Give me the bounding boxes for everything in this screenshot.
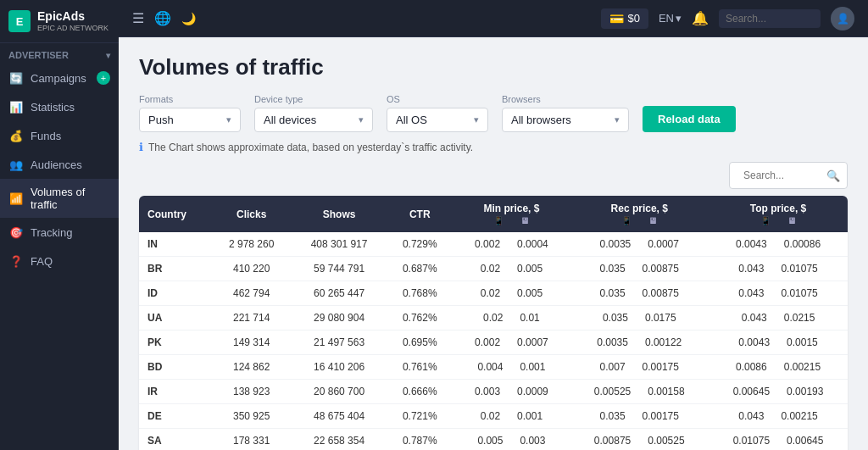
cell-top-price: 0.0043 0.0015 [709,331,848,355]
table-row: BR 410 220 59 744 791 0.687% 0.02 0.005 … [139,257,848,281]
rec-desk-val: 0.0007 [648,238,679,250]
cell-shows: 20 860 700 [292,380,387,404]
cell-clicks: 410 220 [211,257,292,281]
menu-icon[interactable]: ☰ [132,10,144,26]
top-mob-val: 0.043 [738,287,764,299]
cell-country: UA [139,306,211,331]
sidebar-item-campaigns[interactable]: 🔄 Campaigns + [0,64,119,92]
format-label: Formats [139,94,241,104]
sidebar-nav: 🔄 Campaigns + 📊 Statistics 💰 Funds 👥 Aud… [0,64,119,275]
cell-shows: 408 301 917 [292,232,387,257]
format-chevron: ▾ [226,114,231,125]
min-desktop-icon: 🖥 [520,216,529,225]
lang-chevron: ▾ [676,12,682,25]
min-mob-val: 0.002 [475,336,500,348]
table-row: ID 462 794 60 265 447 0.768% 0.02 0.005 … [139,281,848,306]
section-chevron: ▾ [106,51,110,60]
main-area: ☰ 🌐 🌙 💳 $0 EN ▾ 🔔 👤 Volumes of traffic F… [119,0,868,450]
top-desk-val: 0.00215 [781,410,817,422]
cell-min-price: 0.02 0.005 [453,257,570,281]
lang-label: EN [659,12,674,25]
cell-country: IR [139,380,211,404]
reload-button[interactable]: Reload data [643,106,736,132]
wallet-icon: 💳 [609,12,624,25]
cell-ctr: 0.729% [387,232,453,257]
cell-country: ID [139,281,211,306]
language-selector[interactable]: EN ▾ [659,12,682,25]
min-desk-val: 0.001 [517,410,542,422]
top-mob-val: 0.043 [738,263,764,275]
topbar-search-input[interactable] [719,9,821,28]
browser-filter: Browsers All browsers ▾ [502,94,629,132]
cell-country: IN [139,232,211,257]
browser-select[interactable]: All browsers ▾ [502,108,629,132]
traffic-table: Country Clicks Shows CTR Min price, $ 📱🖥… [139,196,848,450]
sidebar-item-tracking[interactable]: 🎯 Tracking [0,218,119,247]
col-min-price: Min price, $ 📱🖥 [453,196,570,232]
sidebar-item-audiences[interactable]: 👥 Audiences [0,150,119,179]
cell-clicks: 138 923 [211,380,292,404]
os-select[interactable]: All OS ▾ [387,108,488,132]
globe-icon[interactable]: 🌐 [154,10,171,26]
balance-widget[interactable]: 💳 $0 [601,8,648,29]
min-desk-val: 0.005 [517,263,542,275]
add-campaign-btn[interactable]: + [97,71,110,85]
logo-icon: E [8,10,31,32]
cell-shows: 48 675 404 [292,404,387,429]
browser-chevron: ▾ [615,114,620,125]
cell-ctr: 0.762% [387,306,453,331]
rec-desk-val: 0.00122 [645,336,682,348]
sidebar-item-volumes[interactable]: 📶 Volumes of traffic [0,179,119,218]
top-mobile-icon: 📱 [760,216,771,225]
cell-clicks: 221 714 [211,306,292,331]
rec-desk-val: 0.00175 [643,410,679,422]
user-avatar[interactable]: 👤 [831,7,854,31]
table-search-input[interactable] [737,166,821,185]
device-select[interactable]: All devices ▾ [254,108,373,132]
os-filter: OS All OS ▾ [387,94,488,132]
cell-min-price: 0.005 0.003 [453,429,570,451]
rec-mobile-icon: 📱 [621,216,632,225]
sidebar-item-faq[interactable]: ❓ FAQ [0,247,119,275]
cell-clicks: 350 925 [211,404,292,429]
table-row: SA 178 331 22 658 354 0.787% 0.005 0.003… [139,429,848,451]
cell-rec-price: 0.00525 0.00158 [570,380,709,404]
sidebar-item-statistics[interactable]: 📊 Statistics [0,92,119,121]
notifications-bell[interactable]: 🔔 [692,10,709,26]
cell-shows: 22 658 354 [292,429,387,451]
table-row: PK 149 314 21 497 563 0.695% 0.002 0.000… [139,331,848,355]
cell-country: SA [139,429,211,451]
moon-icon[interactable]: 🌙 [181,12,196,25]
search-icon: 🔍 [826,169,840,182]
format-select[interactable]: Push ▾ [139,108,241,132]
rec-desk-val: 0.0175 [645,312,676,324]
top-desk-val: 0.0015 [787,336,818,348]
cell-country: DE [139,404,211,429]
cell-ctr: 0.687% [387,257,453,281]
cell-top-price: 0.0043 0.00086 [709,232,848,257]
sidebar-item-funds[interactable]: 💰 Funds [0,121,119,150]
cell-clicks: 124 862 [211,355,292,380]
rec-mob-val: 0.035 [603,312,628,324]
cell-rec-price: 0.035 0.00875 [570,281,709,306]
top-desk-val: 0.00193 [787,386,823,397]
col-clicks: Clicks [211,196,292,232]
sidebar-icon-volumes: 📶 [8,191,24,206]
col-top-price: Top price, $ 📱🖥 [709,196,848,232]
format-filter: Formats Push ▾ [139,94,241,132]
rec-mob-val: 0.035 [600,410,626,422]
device-chevron: ▾ [359,114,364,125]
cell-rec-price: 0.0035 0.0007 [570,232,709,257]
cell-ctr: 0.721% [387,404,453,429]
min-mob-val: 0.02 [481,410,500,422]
table-row: DE 350 925 48 675 404 0.721% 0.02 0.001 … [139,404,848,429]
cell-shows: 21 497 563 [292,331,387,355]
rec-desk-val: 0.00525 [648,435,684,447]
min-mob-val: 0.02 [481,287,500,299]
sidebar-icon-campaigns: 🔄 [8,70,24,86]
cell-min-price: 0.004 0.001 [453,355,570,380]
rec-mob-val: 0.00875 [594,435,631,447]
top-mob-val: 0.00645 [733,386,770,397]
cell-top-price: 0.0086 0.00215 [709,355,848,380]
table-body: IN 2 978 260 408 301 917 0.729% 0.002 0.… [139,232,848,450]
